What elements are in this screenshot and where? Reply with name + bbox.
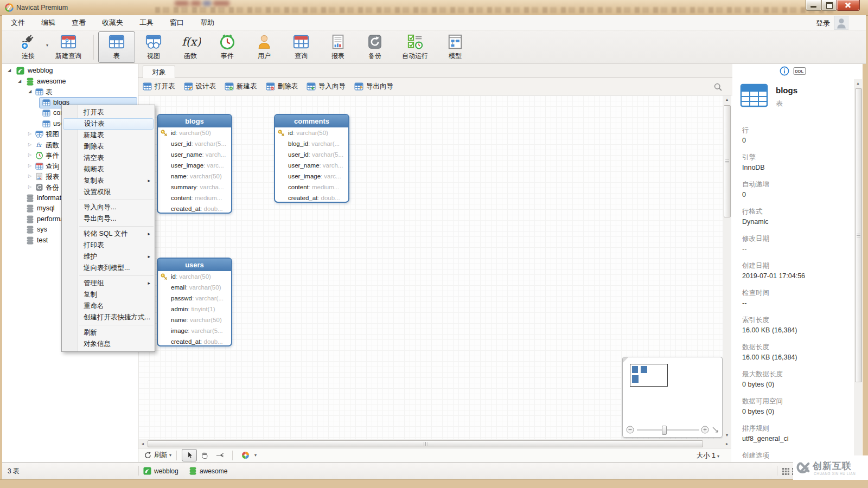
open-table-button[interactable]: 打开表: [143, 82, 175, 91]
scroll-down-icon[interactable]: ▾: [723, 433, 731, 438]
toolbar-views-button[interactable]: 视图: [135, 31, 172, 63]
scroll-left-icon[interactable]: ◂: [139, 441, 146, 446]
resize-handle-icon[interactable]: [712, 426, 719, 433]
expander-collapsed-icon[interactable]: ▷: [28, 131, 31, 136]
refresh-label[interactable]: 刷新: [154, 451, 168, 460]
grid-view-icon[interactable]: [782, 468, 789, 475]
ctx-design-table[interactable]: 设计表: [63, 118, 154, 130]
ctx-dump-sql[interactable]: 转储 SQL 文件▸: [62, 228, 155, 240]
ctx-reverse-to-model[interactable]: 逆向表到模型...: [62, 262, 155, 274]
minimize-button[interactable]: [806, 0, 822, 11]
ctx-manage-group[interactable]: 管理组▸: [62, 278, 155, 289]
ctx-new-table[interactable]: 新建表: [62, 130, 155, 141]
expander-collapsed-icon[interactable]: ▷: [28, 152, 31, 157]
menu-favorites[interactable]: 收藏夹: [102, 18, 123, 28]
menu-tools[interactable]: 工具: [139, 18, 154, 28]
ctx-rename[interactable]: 重命名: [62, 300, 155, 312]
tree-item-webblog[interactable]: ◢ webblog: [2, 66, 138, 76]
er-table-users[interactable]: users idvarchar(50) emailvarchar(50) pas…: [157, 258, 232, 346]
statusbar-connection[interactable]: webblog: [143, 467, 178, 475]
toolbar-model-button[interactable]: 模型: [437, 31, 474, 63]
scroll-up-icon[interactable]: ▴: [723, 97, 731, 102]
toolbar-report-button[interactable]: 报表: [320, 31, 356, 63]
toolbar-new-query-button[interactable]: 新建查询: [48, 31, 89, 63]
diagram-canvas[interactable]: blogs idvarchar(50) user_idvarchar(5... …: [138, 95, 723, 439]
ctx-export-wizard[interactable]: 导出向导...: [62, 213, 155, 224]
scrollbar-thumb[interactable]: [724, 105, 731, 217]
menu-help[interactable]: 帮助: [200, 18, 214, 28]
er-table-title[interactable]: users: [158, 259, 231, 271]
toolbar-connection-button[interactable]: 连接 ▾: [9, 31, 48, 63]
menu-window[interactable]: 窗口: [170, 18, 184, 28]
avatar-icon[interactable]: [834, 16, 848, 30]
toolbar-backup-button[interactable]: 备份: [356, 31, 393, 63]
refresh-icon[interactable]: [144, 451, 152, 459]
er-table-blogs[interactable]: blogs idvarchar(50) user_idvarchar(5... …: [157, 114, 232, 214]
tab-objects[interactable]: 对象: [143, 66, 175, 79]
toolbar-events-button[interactable]: 事件: [209, 31, 246, 63]
ctx-refresh[interactable]: 刷新: [62, 327, 155, 338]
pointer-tool-button[interactable]: [182, 449, 197, 461]
zoom-slider-thumb[interactable]: [662, 426, 667, 435]
diagram-minimap[interactable]: [622, 357, 723, 438]
ctx-truncate-table[interactable]: 截断表: [62, 164, 155, 175]
expander-expanded-icon[interactable]: ◢: [8, 68, 11, 73]
expander-expanded-icon[interactable]: ◢: [28, 89, 31, 94]
tree-item-awesome[interactable]: ◢ awesome: [2, 76, 138, 87]
toolbar-functions-button[interactable]: 函数: [172, 31, 209, 63]
ctx-maintain[interactable]: 维护▸: [62, 251, 155, 262]
scroll-up-icon[interactable]: ▴: [854, 81, 862, 86]
pan-tool-button[interactable]: [197, 449, 212, 461]
relation-tool-button[interactable]: [212, 449, 227, 461]
new-table-button[interactable]: 新建表: [225, 82, 257, 91]
zoom-in-icon[interactable]: [701, 426, 709, 434]
expander-collapsed-icon[interactable]: ▷: [28, 174, 31, 178]
expander-collapsed-icon[interactable]: ▷: [28, 184, 31, 189]
toolbar-users-button[interactable]: 用户: [246, 31, 283, 63]
search-icon[interactable]: [713, 82, 723, 92]
ctx-set-permissions[interactable]: 设置权限: [62, 187, 155, 198]
ctx-print-table[interactable]: 打印表: [62, 240, 155, 251]
ctx-duplicate-table[interactable]: 复制表▸: [62, 175, 155, 187]
canvas-vertical-scrollbar[interactable]: ▴ ▾: [723, 95, 731, 439]
menu-view[interactable]: 查看: [72, 18, 86, 28]
menu-edit[interactable]: 编辑: [41, 18, 55, 28]
scrollbar-thumb[interactable]: [855, 88, 862, 382]
info-icon[interactable]: [780, 66, 789, 76]
import-wizard-button[interactable]: 导入向导: [307, 82, 346, 91]
ddl-icon[interactable]: DDL: [793, 67, 806, 75]
ctx-open-table[interactable]: 打开表: [62, 107, 155, 118]
zoom-slider-track[interactable]: [637, 429, 699, 431]
scrollbar-thumb[interactable]: [148, 440, 703, 447]
er-table-title[interactable]: comments: [275, 115, 348, 127]
login-link[interactable]: 登录: [816, 18, 830, 28]
er-table-title[interactable]: blogs: [158, 115, 231, 127]
ctx-object-info[interactable]: 对象信息: [62, 338, 155, 350]
expander-collapsed-icon[interactable]: ▷: [28, 163, 31, 168]
ctx-copy[interactable]: 复制: [62, 289, 155, 300]
chevron-down-icon[interactable]: ▾: [169, 453, 171, 458]
toolbar-query-button[interactable]: 查询: [283, 31, 320, 63]
maximize-button[interactable]: [821, 0, 837, 11]
menu-file[interactable]: 文件: [11, 18, 25, 28]
er-table-comments[interactable]: comments idvarchar(50) blog_idvarchar(..…: [274, 114, 349, 203]
ctx-import-wizard[interactable]: 导入向导...: [62, 202, 155, 213]
canvas-horizontal-scrollbar[interactable]: ◂ ▸: [138, 439, 731, 448]
scroll-right-icon[interactable]: ▸: [724, 441, 730, 446]
export-wizard-button[interactable]: 导出向导: [354, 82, 393, 91]
zoom-out-icon[interactable]: [626, 426, 634, 434]
expander-collapsed-icon[interactable]: ▷: [28, 142, 31, 147]
toolbar-automation-button[interactable]: 自动运行: [393, 31, 437, 63]
design-table-button[interactable]: 设计表: [184, 82, 216, 91]
minimap-viewport[interactable]: [630, 364, 668, 387]
title-bar[interactable]: Navicat Premium: [0, 0, 868, 16]
tree-item-tables[interactable]: ◢ 表: [2, 87, 138, 97]
statusbar-database[interactable]: awesome: [189, 467, 227, 475]
ctx-empty-table[interactable]: 清空表: [62, 152, 155, 164]
delete-table-button[interactable]: 删除表: [266, 82, 298, 91]
ctx-delete-table[interactable]: 删除表: [62, 141, 155, 152]
color-tool-button[interactable]: [238, 449, 253, 461]
chevron-down-icon[interactable]: ▾: [254, 453, 257, 458]
close-button[interactable]: [837, 0, 860, 11]
expander-expanded-icon[interactable]: ◢: [18, 79, 21, 84]
